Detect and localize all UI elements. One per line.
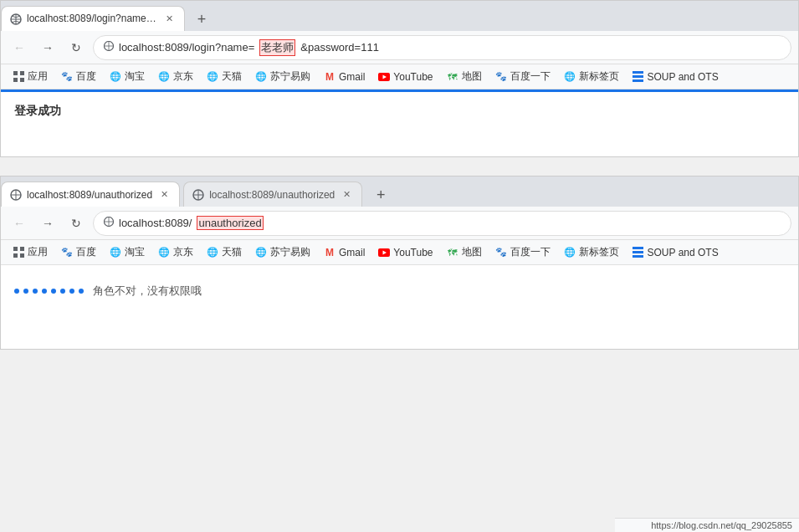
soup-icon-1 bbox=[633, 71, 644, 83]
dot-4 bbox=[42, 289, 47, 294]
bookmark-label: SOUP and OTS bbox=[648, 71, 719, 83]
bookmark-label: 京东 bbox=[173, 69, 193, 84]
baidu-search-icon-1: 🐾 bbox=[495, 71, 507, 83]
bookmarks-bar-2: 应用 🐾 百度 🌐 淘宝 🌐 京东 🌐 天猫 🌐 苏宁易购 M Gmail bbox=[1, 240, 798, 265]
bookmarks-bar-1: 应用 🐾 百度 🌐 淘宝 🌐 京东 🌐 天猫 🌐 苏宁易购 M Gmail bbox=[1, 64, 798, 90]
bookmark-baidu-1[interactable]: 🐾 百度 bbox=[56, 68, 101, 85]
svg-rect-27 bbox=[20, 253, 24, 258]
new-tab-button-1[interactable]: + bbox=[190, 8, 213, 31]
bookmark-gmail-2[interactable]: M Gmail bbox=[319, 245, 370, 260]
svg-rect-32 bbox=[633, 255, 643, 258]
bookmark-baidu-2[interactable]: 🐾 百度 bbox=[56, 243, 101, 261]
tab-title-1: localhost:8089/login?name=老... bbox=[27, 12, 157, 26]
bookmark-label: 京东 bbox=[173, 245, 193, 259]
bookmark-suning-1[interactable]: 🌐 苏宁易购 bbox=[250, 68, 315, 85]
bookmark-label: 地图 bbox=[462, 245, 482, 259]
svg-rect-31 bbox=[633, 251, 643, 253]
dot-2 bbox=[23, 289, 28, 294]
bookmark-label: 新标签页 bbox=[579, 69, 619, 84]
svg-rect-26 bbox=[13, 253, 18, 258]
inactive-tab-2[interactable]: localhost:8089/unauthorized ✕ bbox=[183, 182, 362, 207]
bookmark-jd-1[interactable]: 🌐 京东 bbox=[153, 68, 198, 85]
bookmark-label: YouTube bbox=[393, 247, 433, 258]
bookmark-taobao-2[interactable]: 🌐 淘宝 bbox=[105, 243, 150, 261]
svg-rect-6 bbox=[13, 71, 18, 75]
youtube-icon-1 bbox=[378, 71, 390, 83]
dot-5 bbox=[51, 289, 56, 294]
refresh-button-2[interactable]: ↻ bbox=[64, 212, 88, 235]
gmail-icon-2: M bbox=[324, 247, 335, 258]
tab-close-1[interactable]: ✕ bbox=[162, 13, 176, 26]
dot-6 bbox=[60, 289, 65, 294]
map-icon-1: 🗺 bbox=[447, 71, 458, 83]
bookmark-label: 应用 bbox=[28, 69, 48, 84]
dot-8 bbox=[79, 289, 84, 294]
bookmark-soup-2[interactable]: SOUP and OTS bbox=[627, 245, 724, 260]
svg-rect-24 bbox=[13, 247, 18, 251]
bookmark-label: 百度一下 bbox=[510, 245, 551, 259]
bookmark-label: Gmail bbox=[339, 71, 365, 83]
soup-icon-2 bbox=[633, 247, 644, 258]
tab-title-2b: localhost:8089/unauthorized bbox=[209, 189, 335, 201]
globe-taobao-2: 🌐 bbox=[110, 247, 121, 258]
svg-rect-13 bbox=[633, 75, 643, 78]
bookmark-jd-2[interactable]: 🌐 京东 bbox=[153, 243, 198, 261]
bookmark-map-2[interactable]: 🗺 地图 bbox=[442, 243, 487, 261]
address-bar-1[interactable]: localhost:8089/login?name=老老师&password=1… bbox=[93, 35, 791, 60]
bookmark-soup-1[interactable]: SOUP and OTS bbox=[627, 69, 724, 84]
grid-icon-1 bbox=[13, 71, 24, 83]
browser-window-1: localhost:8089/login?name=老... ✕ + ← → ↻… bbox=[0, 0, 799, 157]
bookmark-tmall-1[interactable]: 🌐 天猫 bbox=[202, 68, 247, 85]
forward-button-1[interactable]: → bbox=[36, 36, 59, 59]
tab-favicon-1 bbox=[10, 13, 22, 25]
bookmark-map-1[interactable]: 🗺 地图 bbox=[442, 68, 487, 85]
tab-close-2b[interactable]: ✕ bbox=[340, 188, 353, 202]
bookmark-label: 应用 bbox=[28, 245, 48, 259]
bookmark-label: 淘宝 bbox=[125, 69, 145, 84]
tab-title-2a: localhost:8089/unauthorized bbox=[27, 189, 152, 201]
bookmark-suning-2[interactable]: 🌐 苏宁易购 bbox=[250, 243, 315, 261]
bookmark-label: 苏宁易购 bbox=[270, 245, 310, 259]
bookmark-newtab-1[interactable]: 🌐 新标签页 bbox=[559, 68, 624, 85]
tab-close-2a[interactable]: ✕ bbox=[157, 188, 171, 202]
baidu-search-icon-2: 🐾 bbox=[495, 247, 507, 258]
globe-icon-jd-1: 🌐 bbox=[158, 71, 170, 83]
address-text-prefix-2: localhost:8089/ bbox=[119, 217, 192, 229]
bookmark-taobao-1[interactable]: 🌐 淘宝 bbox=[105, 68, 150, 85]
globe-newtab-2: 🌐 bbox=[564, 247, 576, 258]
svg-rect-9 bbox=[20, 78, 24, 82]
address-text-prefix-1: localhost:8089/login?name= bbox=[119, 41, 254, 54]
bookmark-label: 地图 bbox=[462, 69, 482, 84]
bookmark-apps-1[interactable]: 应用 bbox=[8, 68, 53, 85]
svg-rect-8 bbox=[13, 78, 18, 82]
bookmark-tmall-2[interactable]: 🌐 天猫 bbox=[202, 243, 247, 261]
bookmark-apps-2[interactable]: 应用 bbox=[8, 243, 53, 261]
page-content-1: 登录成功 bbox=[1, 90, 798, 156]
bookmark-label: SOUP and OTS bbox=[648, 247, 719, 258]
address-text-suffix-1: &password=111 bbox=[300, 41, 379, 54]
bookmark-youtube-2[interactable]: YouTube bbox=[373, 245, 438, 260]
new-tab-button-2[interactable]: + bbox=[369, 183, 392, 207]
back-button-2[interactable]: ← bbox=[8, 212, 31, 235]
bookmark-baidusearch-2[interactable]: 🐾 百度一下 bbox=[490, 243, 556, 261]
dot-3 bbox=[33, 289, 38, 294]
back-button-1[interactable]: ← bbox=[8, 36, 31, 59]
forward-button-2[interactable]: → bbox=[36, 212, 59, 235]
dot-1 bbox=[14, 289, 19, 294]
active-tab-2[interactable]: localhost:8089/unauthorized ✕ bbox=[1, 182, 180, 207]
tab-bar-1: localhost:8089/login?name=老... ✕ + bbox=[1, 1, 798, 31]
active-tab-1[interactable]: localhost:8089/login?name=老... ✕ bbox=[1, 6, 185, 31]
address-bar-2[interactable]: localhost:8089/unauthorized bbox=[93, 211, 791, 236]
bookmark-gmail-1[interactable]: M Gmail bbox=[319, 69, 370, 84]
bookmark-youtube-1[interactable]: YouTube bbox=[373, 69, 438, 84]
svg-rect-12 bbox=[633, 71, 643, 74]
refresh-button-1[interactable]: ↻ bbox=[64, 36, 88, 59]
bookmark-newtab-2[interactable]: 🌐 新标签页 bbox=[559, 243, 624, 261]
globe-icon-suning-1: 🌐 bbox=[255, 71, 267, 83]
svg-rect-25 bbox=[20, 247, 24, 251]
grid-icon-2 bbox=[13, 247, 24, 258]
address-highlight-2: unauthorized bbox=[197, 216, 263, 230]
page-content-2: 角色不对，没有权限哦 bbox=[1, 265, 798, 349]
globe-suning-2: 🌐 bbox=[255, 247, 267, 258]
bookmark-baidusearch-1[interactable]: 🐾 百度一下 bbox=[490, 68, 556, 85]
